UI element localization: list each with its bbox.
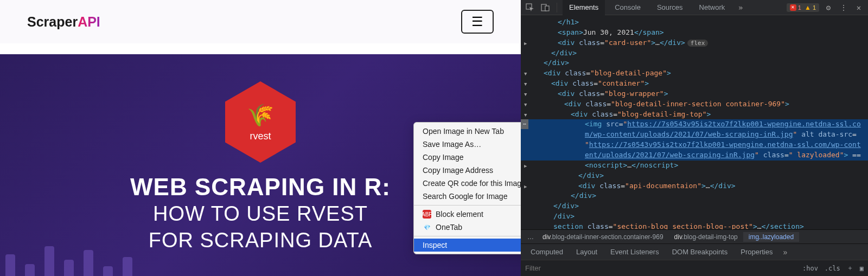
issues-badge[interactable]: ✕1 ▲1 — [787, 3, 819, 12]
crumb-inner-section[interactable]: div.blog-detail-inner-section.container-… — [537, 232, 669, 242]
device-toggle-icon[interactable] — [539, 2, 551, 14]
hov-button[interactable]: :hov — [802, 265, 818, 272]
subtab-properties[interactable]: Properties — [734, 244, 779, 260]
more-tabs-icon[interactable]: » — [735, 2, 746, 14]
hamburger-button[interactable]: ☰ — [461, 10, 494, 34]
close-icon[interactable]: ✕ — [853, 2, 865, 14]
more-subtabs-icon[interactable]: » — [779, 246, 791, 258]
warning-icon: ▲ — [805, 4, 811, 11]
subtab-layout[interactable]: Layout — [570, 244, 604, 260]
breadcrumb-bar[interactable]: … div.blog-detail-inner-section.containe… — [521, 229, 868, 243]
svg-rect-2 — [545, 6, 549, 11]
onetab-icon: 💎 — [423, 223, 431, 232]
subtab-computed[interactable]: Computed — [524, 244, 570, 260]
tab-network[interactable]: Network — [693, 0, 732, 15]
devtools-toolbar: Elements Console Sources Network » ✕1 ▲1… — [521, 0, 868, 15]
tab-elements[interactable]: Elements — [563, 0, 605, 15]
logo-text-1: Scraper — [27, 14, 78, 29]
hamburger-icon: ☰ — [471, 14, 483, 29]
rvest-label: rvest — [250, 131, 271, 142]
new-style-button[interactable]: ＋ — [847, 264, 853, 273]
sickle-icon: 🌾 — [247, 102, 274, 128]
rvest-logo: 🌾 rvest — [225, 81, 296, 163]
hero-title: WEB SCRAPING IN R: — [130, 174, 391, 201]
logo-text-2: API — [78, 14, 100, 29]
subtab-event-listeners[interactable]: Event Listeners — [604, 244, 666, 260]
toggle-panel-icon[interactable]: ▣ — [860, 265, 864, 272]
site-header: ScraperAPI ☰ — [0, 0, 521, 43]
error-icon: ✕ — [790, 4, 796, 11]
abp-icon: ABP — [423, 210, 431, 219]
logo[interactable]: ScraperAPI — [27, 14, 100, 30]
settings-icon[interactable]: ⚙ — [822, 2, 834, 14]
styles-filter-row: :hov .cls ＋ ▣ — [521, 260, 868, 276]
hero-subtitle-1: HOW TO USE RVEST — [153, 201, 368, 227]
subtab-dom-breakpoints[interactable]: DOM Breakpoints — [666, 244, 735, 260]
hero-subtitle-2: FOR SCRAPING DATA — [149, 227, 373, 254]
cls-button[interactable]: .cls — [825, 265, 840, 272]
inspect-element-icon[interactable] — [524, 2, 536, 14]
ellipsis-badge: ⋯ — [521, 119, 528, 129]
elements-tree[interactable]: </h1> <span>Jun 30, 2021</span> ▶<div cl… — [521, 15, 868, 229]
crumb-img[interactable]: img..lazyloaded — [743, 232, 799, 242]
crumb-img-top[interactable]: div.blog-detail-img-top — [669, 232, 743, 242]
decorative-bars — [5, 246, 132, 276]
styles-subtabs: Computed Layout Event Listeners DOM Brea… — [521, 243, 868, 260]
filter-input[interactable] — [525, 264, 796, 272]
kebab-menu-icon[interactable]: ⋮ — [838, 2, 850, 14]
devtools-panel: Elements Console Sources Network » ✕1 ▲1… — [521, 0, 868, 276]
tab-console[interactable]: Console — [608, 0, 647, 15]
webpage-view: ScraperAPI ☰ 🌾 rvest WEB SCRAPING IN R: … — [0, 0, 521, 276]
tab-sources[interactable]: Sources — [650, 0, 690, 15]
